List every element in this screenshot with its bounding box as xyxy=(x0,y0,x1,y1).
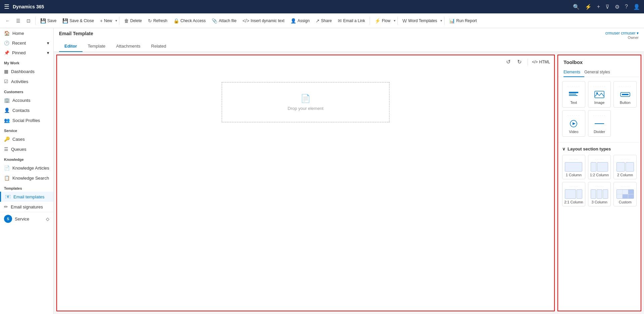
layout-1-column[interactable]: · · · · · · 1 Column xyxy=(562,155,585,179)
owner-name[interactable]: crmuser crmuser ▾ xyxy=(605,31,639,36)
refresh-icon: ↻ xyxy=(148,18,152,23)
button-element[interactable]: · · · · · · Button xyxy=(613,81,637,108)
svg-rect-2 xyxy=(569,95,578,96)
new-window-button[interactable]: ⊡ xyxy=(24,17,33,25)
toolbox-tab-general-styles[interactable]: General styles xyxy=(584,68,614,77)
email-templates-icon: 📧 xyxy=(5,194,11,199)
sidebar-bottom-service[interactable]: S Service ◇ xyxy=(0,212,53,226)
email-signatures-icon: ✏ xyxy=(4,204,8,209)
sidebar-item-contacts[interactable]: 👤 Contacts xyxy=(0,105,53,115)
tab-related[interactable]: Related xyxy=(146,41,172,52)
flow-dropdown-icon[interactable]: ▾ xyxy=(394,19,395,22)
sidebar-item-home[interactable]: 🏠 Home xyxy=(0,28,53,38)
sidebar-item-knowledge-search[interactable]: 📋 Knowledge Search xyxy=(0,173,53,183)
attach-file-button[interactable]: 📎 Attach file xyxy=(209,17,239,25)
redo-button[interactable]: ↻ xyxy=(515,58,524,66)
settings-icon[interactable]: ⚙ xyxy=(615,4,620,10)
word-templates-button[interactable]: W Word Templates xyxy=(400,17,440,25)
check-access-button[interactable]: 🔒 Check Access xyxy=(171,17,208,25)
canvas-area[interactable]: ↺ ↻ </> HTML 📄 Drop your element xyxy=(56,55,555,311)
assign-button[interactable]: 👤 Assign xyxy=(288,17,312,25)
toolbox-tab-elements[interactable]: Elements xyxy=(564,68,584,77)
filter-icon[interactable]: ⊽ xyxy=(605,4,609,10)
sidebar-item-email-signatures[interactable]: ✏ Email signatures xyxy=(0,202,53,212)
view-button[interactable]: ☰ xyxy=(13,17,23,25)
plus-icon[interactable]: + xyxy=(597,4,600,10)
new-button[interactable]: + New xyxy=(97,17,115,25)
layout-visual xyxy=(591,162,608,172)
tab-template[interactable]: Template xyxy=(83,41,111,52)
help-icon[interactable]: ? xyxy=(625,4,628,10)
refresh-button[interactable]: ↻ Refresh xyxy=(145,17,170,25)
my-work-section-header: My Work xyxy=(0,58,53,66)
flow-icon: ⚡ xyxy=(375,18,380,23)
chevron-right-icon: ◇ xyxy=(46,216,49,222)
avatar: S xyxy=(4,215,12,223)
layout-3-column[interactable]: · · · · · · 3 Column xyxy=(588,182,611,206)
run-report-button[interactable]: 📊 Run Report xyxy=(446,17,479,25)
sidebar-item-activities[interactable]: ☑ Activities xyxy=(0,76,53,86)
video-icon xyxy=(568,120,579,128)
text-element[interactable]: · · · · · · Text xyxy=(562,81,585,108)
flow-button[interactable]: ⚡ Flow xyxy=(372,17,393,25)
pin-icon: 📌 xyxy=(4,50,9,55)
sidebar-item-pinned[interactable]: 📌 Pinned ▾ xyxy=(0,48,53,58)
hamburger-menu[interactable]: ☰ xyxy=(4,3,9,10)
sidebar-item-email-templates[interactable]: 📧 Email templates xyxy=(0,192,53,202)
word-icon: W xyxy=(402,18,407,23)
search-icon[interactable]: 🔍 xyxy=(573,4,580,10)
sidebar-item-recent[interactable]: 🕐 Recent ▾ xyxy=(0,38,53,48)
sidebar-item-queues[interactable]: ☰ Queues xyxy=(0,144,53,154)
delete-button[interactable]: 🗑 Delete xyxy=(121,17,145,25)
image-element[interactable]: · · · · · · Image xyxy=(588,81,611,108)
html-button[interactable]: </> HTML xyxy=(532,60,550,64)
dots-decoration: · · · · · · xyxy=(570,185,578,188)
layout-visual xyxy=(616,189,634,199)
new-icon: + xyxy=(100,18,103,23)
toolbox-panel: Toolbox Elements General styles · · · · … xyxy=(557,55,641,311)
dots-decoration: · · · · · · xyxy=(570,158,578,161)
divider-icon xyxy=(594,120,605,128)
layout-visual xyxy=(565,189,582,199)
service-section-header: Service xyxy=(0,125,53,134)
sidebar-item-social-profiles[interactable]: 👥 Social Profiles xyxy=(0,115,53,125)
lightning-icon[interactable]: ⚡ xyxy=(585,4,592,10)
toolbox-title: Toolbox xyxy=(558,55,641,68)
drop-zone[interactable]: 📄 Drop your element xyxy=(222,82,389,122)
queues-icon: ☰ xyxy=(4,146,8,152)
tab-attachments[interactable]: Attachments xyxy=(111,41,146,52)
customers-section-header: Customers xyxy=(0,86,53,95)
contacts-icon: 👤 xyxy=(4,108,10,113)
layout-1-2-column[interactable]: · · · · · · 1:2 Column xyxy=(588,155,611,179)
tab-editor[interactable]: Editor xyxy=(59,41,83,52)
sidebar-item-accounts[interactable]: 🏢 Accounts xyxy=(0,95,53,105)
dots-decoration: · · · · · · xyxy=(595,158,603,161)
sidebar-item-dashboards[interactable]: ▦ Dashboards xyxy=(0,66,53,76)
layout-2-column[interactable]: · · · · · · 2 Column xyxy=(613,155,637,179)
knowledge-search-icon: 📋 xyxy=(4,175,10,181)
word-templates-dropdown-icon[interactable]: ▾ xyxy=(440,19,442,22)
insert-dynamic-text-button[interactable]: </> Insert dynamic text xyxy=(240,17,287,25)
share-button[interactable]: ↗ Share xyxy=(313,17,334,25)
accounts-icon: 🏢 xyxy=(4,98,10,103)
save-close-button[interactable]: 💾 Save & Close xyxy=(60,17,97,25)
person-icon[interactable]: 👤 xyxy=(633,4,640,10)
page-header: Email Template crmuser crmuser ▾ Owner E… xyxy=(54,28,644,52)
layout-2-1-column[interactable]: · · · · · · 2:1 Column xyxy=(562,182,585,206)
divider-element[interactable]: · · · · · · Divider xyxy=(588,110,611,137)
save-button[interactable]: 💾 Save xyxy=(38,17,59,25)
video-element[interactable]: · · · · · · Video xyxy=(562,110,585,137)
undo-button[interactable]: ↺ xyxy=(504,58,513,66)
sidebar-item-cases[interactable]: 🔑 Cases xyxy=(0,134,53,144)
attach-icon: 📎 xyxy=(212,18,217,23)
sidebar-item-knowledge-articles[interactable]: 📄 Knowledge Articles xyxy=(0,163,53,173)
text-icon xyxy=(568,90,579,99)
save-close-icon: 💾 xyxy=(62,18,68,23)
svg-rect-1 xyxy=(569,94,576,95)
email-link-button[interactable]: ✉ Email a Link xyxy=(335,17,368,25)
back-button[interactable]: ← xyxy=(3,17,13,25)
layout-custom-column[interactable]: · · · · · · xyxy=(613,182,637,206)
check-access-icon: 🔒 xyxy=(173,18,179,23)
button-icon xyxy=(620,90,631,99)
new-dropdown-icon[interactable]: ▾ xyxy=(115,19,117,22)
